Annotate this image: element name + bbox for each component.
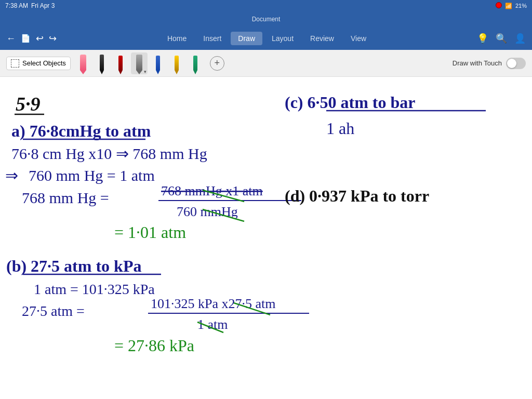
draw-with-touch-toggle[interactable] <box>506 58 526 69</box>
svg-text:5·9: 5·9 <box>16 93 41 115</box>
svg-text:(b) 27·5 atm to kPa: (b) 27·5 atm to kPa <box>6 257 141 275</box>
draw-toolbar: Select Objects ▾ <box>0 50 532 77</box>
svg-text:1 ah: 1 ah <box>326 119 354 138</box>
toggle-knob <box>507 59 516 68</box>
svg-text:760 mm Hg = 1 atm: 760 mm Hg = 1 atm <box>29 167 155 184</box>
svg-text:(d) 0·937 kPa to torr: (d) 0·937 kPa to torr <box>285 187 429 205</box>
title-bar: Document <box>0 11 532 27</box>
svg-text:76·8 cm Hg x10 ⇒ 768 mm Hg: 76·8 cm Hg x10 ⇒ 768 mm Hg <box>11 145 207 162</box>
add-pen-button[interactable]: + <box>210 56 224 71</box>
select-objects-button[interactable]: Select Objects <box>6 57 71 70</box>
svg-text:⇒: ⇒ <box>5 167 18 184</box>
nav-tabs: Home Insert Draw Layout Review View <box>61 32 473 45</box>
back-icon[interactable]: ← <box>6 33 16 44</box>
nav-bar: ← 📄 ↩ ↪ Home Insert Draw Layout Review V… <box>0 27 532 50</box>
svg-text:1 atm = 101·325 kPa: 1 atm = 101·325 kPa <box>34 281 155 297</box>
brush-tool[interactable] <box>75 52 91 74</box>
tab-view[interactable]: View <box>343 32 374 45</box>
select-objects-icon <box>11 59 19 68</box>
redo-icon[interactable]: ↪ <box>49 33 57 44</box>
tab-home[interactable]: Home <box>160 32 194 45</box>
wifi-icon: 📶 <box>505 3 512 9</box>
svg-text:27·5 atm =: 27·5 atm = <box>22 303 85 319</box>
svg-text:768 mmHg x1 atm: 768 mmHg x1 atm <box>161 183 263 198</box>
undo-icon[interactable]: ↩ <box>36 33 44 44</box>
time: 7:38 AM <box>5 2 28 9</box>
blue-pen-tool[interactable] <box>150 52 166 74</box>
plus-icon: + <box>215 58 220 69</box>
search-icon[interactable]: 🔍 <box>496 33 507 44</box>
recording-icon <box>496 2 502 9</box>
canvas-area: 5·9 a) 76·8cmHg to atm 76·8 cm Hg x10 ⇒ … <box>0 77 532 399</box>
svg-text:= 1·01 atm: = 1·01 atm <box>114 223 186 242</box>
status-left: 7:38 AM Fri Apr 3 <box>5 2 55 9</box>
black-pen-tool[interactable] <box>94 52 110 74</box>
yellow-pen-tool[interactable] <box>168 52 185 74</box>
draw-with-touch-control: Draw with Touch <box>453 58 526 69</box>
eraser-chevron: ▾ <box>144 69 147 74</box>
eraser-tool[interactable]: ▾ <box>131 52 148 74</box>
status-bar: 7:38 AM Fri Apr 3 📶 21% <box>0 0 532 11</box>
tab-layout[interactable]: Layout <box>264 32 301 45</box>
svg-text:768 mm Hg =: 768 mm Hg = <box>22 189 109 206</box>
red-pen-tool[interactable] <box>112 52 129 74</box>
status-right: 📶 21% <box>496 2 527 9</box>
draw-with-touch-label: Draw with Touch <box>453 59 502 67</box>
svg-text:(c) 6·50 atm to bar: (c) 6·50 atm to bar <box>285 93 415 112</box>
document-title: Document <box>252 16 281 23</box>
nav-right: 💡 🔍 👤 <box>477 33 526 44</box>
battery: 21% <box>515 3 527 9</box>
tab-review[interactable]: Review <box>303 32 341 45</box>
handwriting-canvas[interactable]: 5·9 a) 76·8cmHg to atm 76·8 cm Hg x10 ⇒ … <box>0 77 532 399</box>
bulb-icon[interactable]: 💡 <box>477 33 488 44</box>
nav-left: ← 📄 ↩ ↪ <box>6 33 57 44</box>
svg-text:= 27·86 kPa: = 27·86 kPa <box>114 336 194 355</box>
pen-tools: ▾ <box>75 52 204 74</box>
tab-draw[interactable]: Draw <box>231 32 262 45</box>
green-pen-tool[interactable] <box>187 52 204 74</box>
svg-text:a) 76·8cmHg to atm: a) 76·8cmHg to atm <box>11 122 151 140</box>
svg-text:101·325 kPa x27·5 atm: 101·325 kPa x27·5 atm <box>151 296 276 311</box>
account-icon[interactable]: 👤 <box>514 33 526 44</box>
select-objects-label: Select Objects <box>22 59 66 67</box>
document-icon[interactable]: 📄 <box>21 34 31 43</box>
date: Fri Apr 3 <box>31 2 55 9</box>
tab-insert[interactable]: Insert <box>196 32 229 45</box>
